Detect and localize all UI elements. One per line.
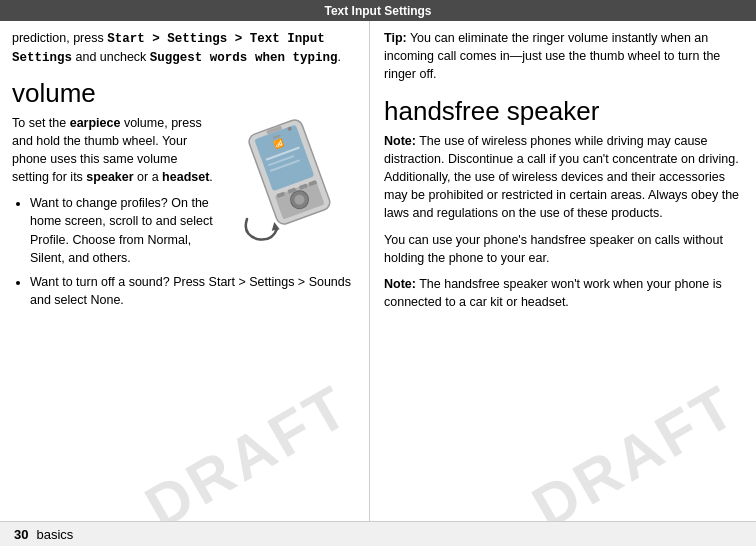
tip-paragraph: Tip: You can eliminate the ringer volume… (384, 29, 742, 83)
vol-headset: headset (162, 170, 209, 184)
phone-svg: 📶 (227, 114, 357, 244)
vol-period: . (209, 170, 212, 184)
left-column: prediction, press Start > Settings > Tex… (0, 21, 370, 521)
note1-label: Note: (384, 134, 416, 148)
note2-paragraph: Note: The handsfree speaker won't work w… (384, 275, 742, 311)
handsfree-paragraph: You can use your phone's handsfree speak… (384, 231, 742, 267)
note1-text: The use of wireless phones while driving… (384, 134, 739, 221)
b1-bold1: Profile (30, 233, 65, 247)
b2-bold1: Start > Settings > Sounds (209, 275, 351, 289)
note1-paragraph: Note: The use of wireless phones while d… (384, 132, 742, 223)
b2-middle: and select (30, 293, 90, 307)
draft-watermark-left: DRAFT (133, 371, 361, 521)
b1-after: , and others. (61, 251, 131, 265)
vol-before: To set the (12, 116, 70, 130)
main-content: prediction, press Start > Settings > Tex… (0, 21, 756, 521)
b2-after: . (120, 293, 123, 307)
draft-watermark-right: DRAFT (520, 371, 748, 521)
note2-label: Note: (384, 277, 416, 291)
intro-text-middle: and uncheck (72, 50, 150, 64)
top-bar-title: Text Input Settings (324, 4, 431, 18)
b2-before: Want to turn off a sound? Press (30, 275, 209, 289)
svg-marker-16 (270, 221, 279, 230)
right-column: Tip: You can eliminate the ringer volume… (370, 21, 756, 521)
handsfree-heading: handsfree speaker (384, 97, 742, 126)
intro-text-after: . (337, 50, 340, 64)
phone-image: 📶 (227, 114, 357, 244)
bottom-label: basics (36, 527, 73, 542)
b1-middle: . Choose from (65, 233, 147, 247)
b2-bold2: None (90, 293, 120, 307)
intro-bold2: Suggest words when typing (150, 51, 338, 65)
tip-label: Tip: (384, 31, 407, 45)
vol-speaker: speaker (86, 170, 133, 184)
top-bar: Text Input Settings (0, 0, 756, 21)
tip-text: You can eliminate the ringer volume inst… (384, 31, 720, 81)
page-number: 30 (14, 527, 28, 542)
intro-text-before: prediction, press (12, 31, 107, 45)
volume-heading: volume (12, 79, 357, 108)
intro-paragraph: prediction, press Start > Settings > Tex… (12, 29, 357, 67)
bullet-item-2: Want to turn off a sound? Press Start > … (30, 273, 357, 309)
vol-earpiece: earpiece (70, 116, 121, 130)
b1-before: Want to change profiles? On the home scr… (30, 196, 213, 228)
bottom-bar: 30 basics (0, 521, 756, 546)
vol-or: or a (134, 170, 163, 184)
note2-text: The handsfree speaker won't work when yo… (384, 277, 722, 309)
